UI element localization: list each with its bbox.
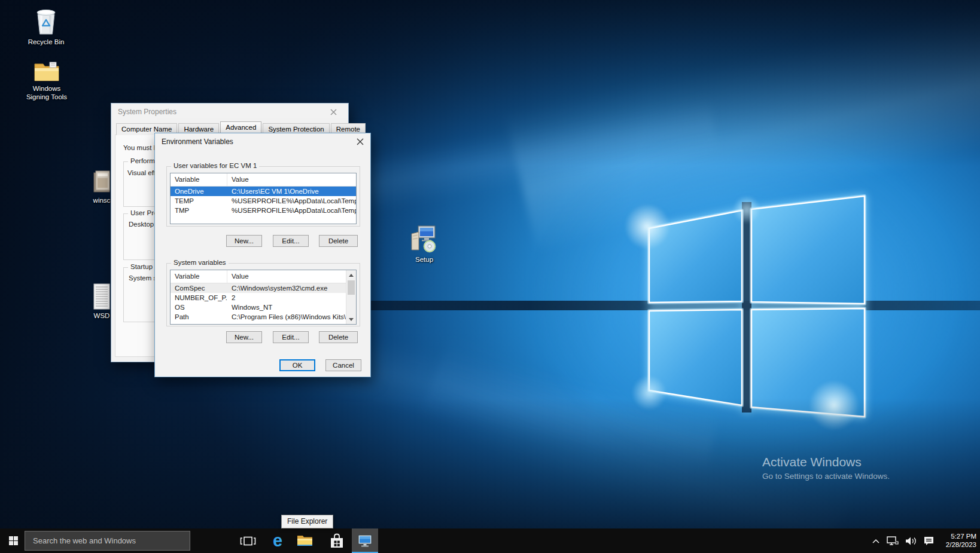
system-monitor-icon	[357, 534, 373, 548]
desktop-icon-label: WSD	[94, 311, 110, 320]
system-delete-button[interactable]: Delete	[319, 331, 358, 343]
search-input[interactable]: Search the web and Windows	[25, 531, 190, 551]
admin-notice-text: You must b	[123, 144, 157, 151]
folder-icon	[34, 60, 60, 83]
cell-value: C:\Windows\system32\cmd.exe	[227, 285, 346, 292]
system-edit-button[interactable]: Edit...	[273, 331, 309, 343]
scroll-up-icon[interactable]	[346, 270, 356, 280]
cell-value: C:\Users\EC VM 1\OneDrive	[227, 188, 356, 195]
close-icon[interactable]	[350, 134, 370, 149]
winsc-app-icon	[90, 169, 113, 194]
scroll-down-icon[interactable]	[346, 314, 356, 324]
file-explorer-tooltip: File Explorer	[281, 515, 333, 528]
desktop-icon-label: Setup	[415, 255, 433, 264]
system-window-button-active[interactable]	[352, 528, 378, 553]
clock[interactable]: 5:27 PM 2/28/2023	[941, 533, 976, 549]
desktop-icon-label: winsc	[93, 196, 111, 204]
cell-value: %USERPROFILE%\AppData\Local\Temp	[227, 197, 356, 204]
search-placeholder: Search the web and Windows	[25, 536, 136, 545]
list-row[interactable]: TEMP %USERPROFILE%\AppData\Local\Temp	[171, 196, 356, 206]
recycle-bin-icon	[32, 5, 60, 36]
edge-browser-button[interactable]: e	[267, 528, 288, 553]
cell-variable: OS	[171, 304, 227, 311]
desktop-icon-setup[interactable]: Setup	[399, 224, 449, 264]
taskbar: Search the web and Windows e	[0, 528, 980, 553]
desktop-icon-label: Recycle Bin	[28, 38, 65, 46]
clock-date: 2/28/2023	[941, 541, 976, 549]
task-view-icon	[240, 536, 256, 546]
list-header: Variable Value	[171, 270, 346, 283]
user-delete-button[interactable]: Delete	[319, 235, 358, 247]
column-header-value[interactable]: Value	[227, 173, 356, 186]
system-tray: 5:27 PM 2/28/2023	[872, 528, 976, 553]
list-row[interactable]: ComSpec C:\Windows\system32\cmd.exe	[171, 283, 346, 293]
desktop-icon-windows-signing-tools[interactable]: Windows Signing Tools	[21, 60, 72, 101]
cell-value: Windows_NT	[227, 304, 346, 311]
scroll-thumb[interactable]	[348, 280, 355, 295]
user-edit-button[interactable]: Edit...	[273, 235, 309, 247]
cell-variable: ComSpec	[171, 285, 227, 292]
windows-start-icon	[9, 536, 19, 546]
column-header-variable[interactable]: Variable	[171, 270, 227, 283]
file-explorer-icon	[297, 534, 313, 547]
cell-variable: OneDrive	[171, 188, 227, 195]
chevron-up-icon[interactable]	[872, 538, 880, 544]
activate-windows-watermark: Activate Windows Go to Settings to activ…	[762, 455, 890, 481]
cancel-button[interactable]: Cancel	[325, 359, 361, 371]
environment-variables-title: Environment Variables	[155, 133, 370, 150]
system-new-button[interactable]: New...	[226, 331, 262, 343]
setup-installer-icon	[410, 224, 439, 253]
desktop-icon-label: Windows Signing Tools	[21, 84, 72, 101]
wsd-file-icon	[93, 283, 110, 310]
cell-variable: NUMBER_OF_P...	[171, 294, 227, 301]
desktop-icon-recycle-bin[interactable]: Recycle Bin	[21, 5, 71, 46]
cell-value: 2	[227, 294, 346, 301]
cell-value: C:\Program Files (x86)\Windows Kits\10..…	[227, 313, 346, 320]
store-icon	[330, 533, 344, 549]
edge-icon: e	[273, 532, 282, 549]
user-variables-label: User variables for EC VM 1	[171, 162, 259, 169]
task-view-button[interactable]	[237, 528, 258, 553]
volume-icon[interactable]	[905, 536, 917, 546]
start-button[interactable]	[0, 528, 27, 553]
network-icon[interactable]	[886, 536, 899, 546]
cell-value: %USERPROFILE%\AppData\Local\Temp	[227, 207, 356, 214]
cell-variable: Path	[171, 313, 227, 320]
list-row[interactable]: Path C:\Program Files (x86)\Windows Kits…	[171, 312, 346, 322]
list-row[interactable]: NUMBER_OF_P... 2	[171, 293, 346, 303]
store-button[interactable]	[326, 528, 348, 553]
watermark-title: Activate Windows	[762, 455, 890, 469]
list-header: Variable Value	[171, 173, 356, 187]
file-explorer-button[interactable]	[294, 528, 315, 553]
list-row[interactable]: OS Windows_NT	[171, 303, 346, 312]
action-center-icon[interactable]	[923, 536, 935, 546]
system-variables-label: System variables	[171, 259, 229, 266]
column-header-variable[interactable]: Variable	[171, 173, 227, 186]
system-properties-title: System Properties	[111, 103, 348, 120]
cell-variable: TEMP	[171, 197, 227, 204]
user-new-button[interactable]: New...	[226, 235, 262, 247]
column-header-value[interactable]: Value	[227, 270, 346, 283]
user-variables-list[interactable]: Variable Value OneDrive C:\Users\EC VM 1…	[170, 173, 357, 224]
clock-time: 5:27 PM	[941, 533, 976, 541]
environment-variables-dialog: Environment Variables User variables for…	[154, 133, 371, 377]
list-row-selected[interactable]: OneDrive C:\Users\EC VM 1\OneDrive	[171, 187, 356, 196]
scrollbar[interactable]	[346, 270, 356, 324]
list-row[interactable]: TMP %USERPROFILE%\AppData\Local\Temp	[171, 206, 356, 215]
desktop: Recycle Bin Windows Signing Tools winsc	[0, 0, 980, 553]
cell-variable: TMP	[171, 207, 227, 214]
close-icon[interactable]	[323, 104, 343, 120]
ok-button[interactable]: OK	[279, 359, 315, 371]
system-variables-list[interactable]: Variable Value ComSpec C:\Windows\system…	[170, 270, 357, 325]
watermark-subtitle: Go to Settings to activate Windows.	[762, 472, 890, 481]
